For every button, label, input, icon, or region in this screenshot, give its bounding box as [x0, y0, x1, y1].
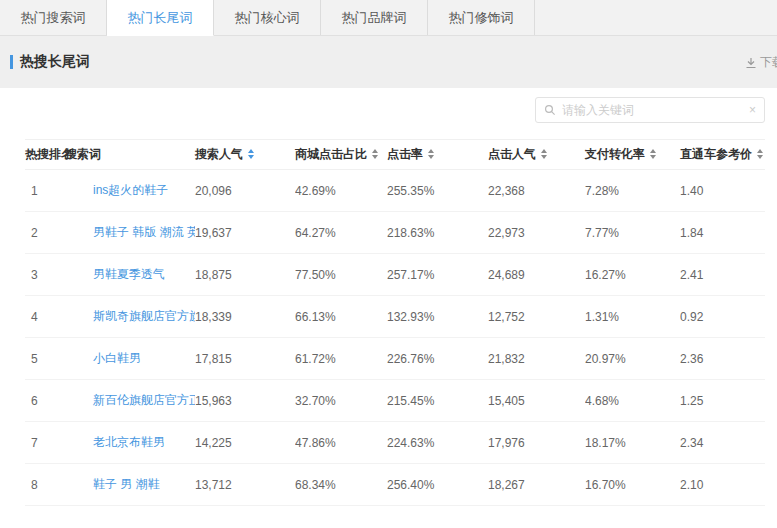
- mall-click-ratio-cell: 61.72%: [295, 338, 387, 380]
- section-header: 热搜长尾词 下载: [0, 36, 777, 88]
- payment-conversion-cell: 16.27%: [585, 254, 680, 296]
- rank-cell: 4: [25, 296, 65, 338]
- payment-conversion-cell: 7.28%: [585, 170, 680, 212]
- payment-conversion-cell: 16.70%: [585, 464, 680, 506]
- tab-hot-search-words[interactable]: 热门搜索词: [0, 0, 107, 35]
- search-popularity-cell: 19,637: [195, 212, 295, 254]
- col-header-payment-conversion[interactable]: 支付转化率: [585, 140, 680, 170]
- click-rate-cell: 215.45%: [387, 380, 488, 422]
- click-rate-cell: 255.35%: [387, 170, 488, 212]
- keyword-link[interactable]: ins超火的鞋子: [93, 183, 168, 197]
- tab-hot-brand-words[interactable]: 热门品牌词: [321, 0, 428, 35]
- search-popularity-cell: 18,875: [195, 254, 295, 296]
- rank-cell: 1: [25, 170, 65, 212]
- table-row: 4 斯凯奇旗舰店官方旗舰 18,339 66.13% 132.93% 12,75…: [25, 296, 765, 338]
- tab-bar: 热门搜索词 热门长尾词 热门核心词 热门品牌词 热门修饰词: [0, 0, 777, 36]
- ztc-reference-price-cell: 2.10: [680, 464, 765, 506]
- col-header-mall-click-ratio[interactable]: 商城点击占比: [295, 140, 387, 170]
- col-label: 支付转化率: [585, 147, 645, 161]
- click-rate-cell: 224.63%: [387, 422, 488, 464]
- keyword-cell: 新百伦旗舰店官方正品: [65, 380, 195, 422]
- download-icon: [745, 57, 757, 69]
- download-label: 下载: [760, 54, 777, 71]
- keyword-link[interactable]: 男鞋子 韩版 潮流 英...: [93, 225, 195, 239]
- table-row: 6 新百伦旗舰店官方正品 15,963 32.70% 215.45% 15,40…: [25, 380, 765, 422]
- ztc-reference-price-cell: 1.84: [680, 212, 765, 254]
- keyword-link[interactable]: 男鞋夏季透气: [93, 267, 165, 281]
- col-label: 点击人气: [488, 147, 536, 161]
- clear-icon[interactable]: ×: [743, 103, 756, 117]
- table-row: 3 男鞋夏季透气 18,875 77.50% 257.17% 24,689 16…: [25, 254, 765, 296]
- col-label: 商城点击占比: [295, 147, 367, 161]
- keyword-table: 热搜排名 搜索词 搜索人气 商城点击占比 点击率 点击人气 支: [25, 139, 765, 506]
- keyword-link[interactable]: 老北京布鞋男: [93, 435, 165, 449]
- mall-click-ratio-cell: 42.69%: [295, 170, 387, 212]
- keyword-cell: 鞋子 男 潮鞋: [65, 464, 195, 506]
- click-popularity-cell: 15,405: [488, 380, 585, 422]
- payment-conversion-cell: 4.68%: [585, 380, 680, 422]
- mall-click-ratio-cell: 77.50%: [295, 254, 387, 296]
- keyword-link[interactable]: 斯凯奇旗舰店官方旗舰: [93, 309, 195, 323]
- search-popularity-cell: 18,339: [195, 296, 295, 338]
- tab-hot-core-words[interactable]: 热门核心词: [214, 0, 321, 35]
- rank-cell: 2: [25, 212, 65, 254]
- search-popularity-cell: 20,096: [195, 170, 295, 212]
- tab-hot-modifier-words[interactable]: 热门修饰词: [428, 0, 535, 35]
- download-button[interactable]: 下载: [745, 54, 777, 71]
- payment-conversion-cell: 18.17%: [585, 422, 680, 464]
- search-popularity-cell: 15,963: [195, 380, 295, 422]
- ztc-reference-price-cell: 2.36: [680, 338, 765, 380]
- rank-cell: 8: [25, 464, 65, 506]
- col-header-ztc-reference-price[interactable]: 直通车参考价: [680, 140, 765, 170]
- ztc-reference-price-cell: 0.92: [680, 296, 765, 338]
- keyword-table-wrap: 热搜排名 搜索词 搜索人气 商城点击占比 点击率 点击人气 支: [0, 88, 777, 506]
- table-body: 1 ins超火的鞋子 20,096 42.69% 255.35% 22,368 …: [25, 170, 765, 506]
- sort-caret-icon: [757, 149, 763, 159]
- keyword-link[interactable]: 新百伦旗舰店官方正品: [93, 393, 195, 407]
- col-header-click-popularity[interactable]: 点击人气: [488, 140, 585, 170]
- mall-click-ratio-cell: 64.27%: [295, 212, 387, 254]
- search-input[interactable]: [562, 103, 743, 117]
- mall-click-ratio-cell: 66.13%: [295, 296, 387, 338]
- mall-click-ratio-cell: 32.70%: [295, 380, 387, 422]
- keyword-cell: 男鞋夏季透气: [65, 254, 195, 296]
- sort-caret-icon: [650, 149, 656, 159]
- click-rate-cell: 256.40%: [387, 464, 488, 506]
- sort-caret-icon: [541, 149, 547, 159]
- col-header-search-popularity[interactable]: 搜索人气: [195, 140, 295, 170]
- search-popularity-cell: 14,225: [195, 422, 295, 464]
- rank-cell: 5: [25, 338, 65, 380]
- click-rate-cell: 218.63%: [387, 212, 488, 254]
- click-rate-cell: 257.17%: [387, 254, 488, 296]
- keyword-cell: ins超火的鞋子: [65, 170, 195, 212]
- col-header-keyword: 搜索词: [65, 140, 195, 170]
- ztc-reference-price-cell: 2.34: [680, 422, 765, 464]
- tab-hot-longtail-words[interactable]: 热门长尾词: [107, 0, 214, 36]
- col-label: 直通车参考价: [680, 147, 752, 161]
- title-accent-bar: [10, 55, 13, 69]
- click-popularity-cell: 17,976: [488, 422, 585, 464]
- table-row: 8 鞋子 男 潮鞋 13,712 68.34% 256.40% 18,267 1…: [25, 464, 765, 506]
- keyword-link[interactable]: 小白鞋男: [93, 351, 141, 365]
- ztc-reference-price-cell: 1.25: [680, 380, 765, 422]
- ztc-reference-price-cell: 2.41: [680, 254, 765, 296]
- col-label: 点击率: [387, 147, 423, 161]
- click-popularity-cell: 12,752: [488, 296, 585, 338]
- click-popularity-cell: 22,973: [488, 212, 585, 254]
- payment-conversion-cell: 20.97%: [585, 338, 680, 380]
- page-title-text: 热搜长尾词: [20, 53, 90, 71]
- table-header-row: 热搜排名 搜索词 搜索人气 商城点击占比 点击率 点击人气 支: [25, 140, 765, 170]
- keyword-link[interactable]: 鞋子 男 潮鞋: [93, 477, 160, 491]
- click-popularity-cell: 24,689: [488, 254, 585, 296]
- click-rate-cell: 132.93%: [387, 296, 488, 338]
- rank-cell: 3: [25, 254, 65, 296]
- search-popularity-cell: 17,815: [195, 338, 295, 380]
- table-row: 7 老北京布鞋男 14,225 47.86% 224.63% 17,976 18…: [25, 422, 765, 464]
- payment-conversion-cell: 7.77%: [585, 212, 680, 254]
- col-header-click-rate[interactable]: 点击率: [387, 140, 488, 170]
- sort-caret-icon: [372, 149, 378, 159]
- table-row: 1 ins超火的鞋子 20,096 42.69% 255.35% 22,368 …: [25, 170, 765, 212]
- keyword-cell: 小白鞋男: [65, 338, 195, 380]
- payment-conversion-cell: 1.31%: [585, 296, 680, 338]
- table-row: 5 小白鞋男 17,815 61.72% 226.76% 21,832 20.9…: [25, 338, 765, 380]
